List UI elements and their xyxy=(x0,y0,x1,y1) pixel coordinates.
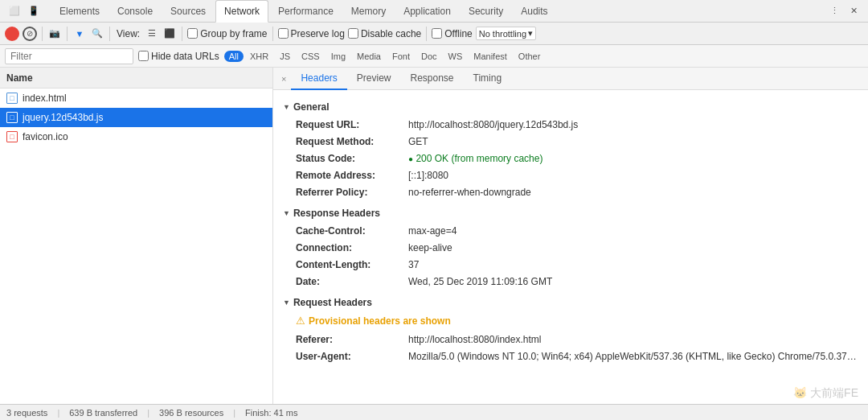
file-list-header: Name xyxy=(0,68,272,89)
filter-all[interactable]: All xyxy=(224,51,244,62)
filter-manifest[interactable]: Manifest xyxy=(469,51,512,62)
tab-network[interactable]: Network xyxy=(215,0,268,23)
file-item-index[interactable]: □ index.html xyxy=(0,89,272,108)
filter-font[interactable]: Font xyxy=(387,51,415,62)
date-value: Wed, 25 Dec 2019 11:09:16 GMT xyxy=(408,274,552,289)
view-label: View: xyxy=(117,28,140,39)
screenshot-view-icon[interactable]: ⬛ xyxy=(162,27,177,41)
finish-time: Finish: 41 ms xyxy=(245,408,297,418)
group-by-frame-checkbox[interactable]: Group by frame xyxy=(187,28,267,39)
date-row: Date: Wed, 25 Dec 2019 11:09:16 GMT xyxy=(296,274,858,289)
referer-row: Referer: http://localhost:8080/index.htm… xyxy=(296,332,858,347)
throttling-label: No throttling xyxy=(479,29,526,39)
filter-other[interactable]: Other xyxy=(514,51,546,62)
network-filter-row: Hide data URLs All XHR JS CSS Img Media … xyxy=(0,45,868,68)
request-headers-arrow: ▼ xyxy=(283,299,290,307)
status-code-value: ● 200 OK (from memory cache) xyxy=(408,151,542,166)
tab-preview[interactable]: Preview xyxy=(347,68,401,90)
inspect-icon[interactable]: ⬜ xyxy=(6,3,23,19)
file-name-jquery: jquery.12d543bd.js xyxy=(23,112,104,123)
content-length-label: Content-Length: xyxy=(296,257,408,272)
filter-media[interactable]: Media xyxy=(352,51,386,62)
filter-img[interactable]: Img xyxy=(326,51,350,62)
file-name-favicon: favicon.ico xyxy=(23,131,68,142)
tab-timing[interactable]: Timing xyxy=(464,68,512,90)
remote-address-label: Remote Address: xyxy=(296,168,408,183)
preserve-log-checkbox[interactable]: Preserve log xyxy=(278,28,345,39)
tab-elements[interactable]: Elements xyxy=(51,0,108,23)
status-dot: ● xyxy=(408,154,413,163)
tab-headers[interactable]: Headers xyxy=(291,68,346,90)
user-agent-label: User-Agent: xyxy=(296,349,408,364)
resources-size: 396 B resources xyxy=(159,408,223,418)
filter-doc[interactable]: Doc xyxy=(416,51,442,62)
group-by-frame-input[interactable] xyxy=(187,28,198,39)
request-method-value: GET xyxy=(408,134,428,149)
cache-control-value: max-age=4 xyxy=(408,224,457,238)
close-tab-button[interactable]: × xyxy=(276,74,291,84)
main-content: Name □ index.html □ jquery.12d543bd.js □… xyxy=(0,68,868,404)
preserve-log-label: Preserve log xyxy=(291,28,345,39)
general-section-header[interactable]: ▼ General xyxy=(283,101,858,113)
filter-input[interactable] xyxy=(5,48,133,64)
list-view-icon[interactable]: ☰ xyxy=(145,27,159,41)
request-headers-section-header[interactable]: ▼ Request Headers xyxy=(283,297,858,308)
toolbar-separator-2 xyxy=(67,27,68,41)
close-devtools-icon[interactable]: ✕ xyxy=(845,3,862,19)
tab-audits[interactable]: Audits xyxy=(513,0,555,23)
request-headers-label: Request Headers xyxy=(293,297,372,308)
request-url-label: Request URL: xyxy=(296,117,408,132)
tab-performance[interactable]: Performance xyxy=(270,0,342,23)
toolbar-separator-5 xyxy=(272,27,273,41)
file-item-jquery[interactable]: □ jquery.12d543bd.js xyxy=(0,108,272,127)
hide-data-urls-input[interactable] xyxy=(138,51,149,61)
devtools-tab-bar: ⬜ 📱 Elements Console Sources Network Per… xyxy=(0,0,868,23)
record-button[interactable] xyxy=(5,27,19,41)
status-code-label: Status Code: xyxy=(296,151,408,166)
filter-css[interactable]: CSS xyxy=(297,51,325,62)
tab-response[interactable]: Response xyxy=(400,68,463,90)
camera-icon[interactable]: 📷 xyxy=(47,27,62,41)
status-text: 200 OK (from memory cache) xyxy=(416,153,542,164)
toolbar-separator-4 xyxy=(182,27,182,41)
device-icon[interactable]: 📱 xyxy=(26,3,42,19)
transferred-size: 639 B transferred xyxy=(69,408,137,418)
filter-ws[interactable]: WS xyxy=(444,51,468,62)
clear-button[interactable]: ⊘ xyxy=(23,27,37,41)
remote-address-row: Remote Address: [::1]:8080 xyxy=(296,168,858,183)
tab-security[interactable]: Security xyxy=(461,0,511,23)
more-options-icon[interactable]: ⋮ xyxy=(826,3,842,19)
devtools-controls: ⋮ ✕ xyxy=(826,3,862,19)
disable-cache-input[interactable] xyxy=(348,28,358,39)
search-icon[interactable]: 🔍 xyxy=(90,27,104,41)
file-name-index: index.html xyxy=(23,93,67,104)
toolbar-separator-3 xyxy=(109,27,110,41)
throttling-select[interactable]: No throttling ▾ xyxy=(476,27,536,40)
preserve-log-input[interactable] xyxy=(278,28,289,39)
offline-input[interactable] xyxy=(432,28,442,39)
filter-js[interactable]: JS xyxy=(275,51,295,62)
toolbar-separator-1 xyxy=(42,27,43,41)
offline-label: Offline xyxy=(444,28,472,39)
connection-value: keep-alive xyxy=(408,241,452,255)
general-arrow: ▼ xyxy=(283,103,290,111)
tab-console[interactable]: Console xyxy=(109,0,161,23)
connection-label: Connection: xyxy=(296,241,408,255)
file-item-favicon[interactable]: □ favicon.ico xyxy=(0,127,272,146)
hide-data-urls-checkbox[interactable]: Hide data URLs xyxy=(138,51,219,62)
filter-icon[interactable]: ▼ xyxy=(72,27,87,41)
tab-memory[interactable]: Memory xyxy=(343,0,394,23)
response-headers-section-header[interactable]: ▼ Response Headers xyxy=(283,208,858,219)
disable-cache-checkbox[interactable]: Disable cache xyxy=(348,28,421,39)
offline-checkbox[interactable]: Offline xyxy=(432,28,472,39)
hide-data-urls-label: Hide data URLs xyxy=(151,51,219,62)
response-headers-arrow: ▼ xyxy=(283,209,290,217)
warning-icon: ⚠ xyxy=(296,313,305,329)
sep-1: | xyxy=(57,408,59,418)
response-headers-label: Response Headers xyxy=(293,208,380,219)
tab-application[interactable]: Application xyxy=(395,0,459,23)
throttling-arrow: ▾ xyxy=(528,28,533,39)
file-icon-index: □ xyxy=(6,93,18,104)
filter-xhr[interactable]: XHR xyxy=(245,51,273,62)
tab-sources[interactable]: Sources xyxy=(162,0,214,23)
